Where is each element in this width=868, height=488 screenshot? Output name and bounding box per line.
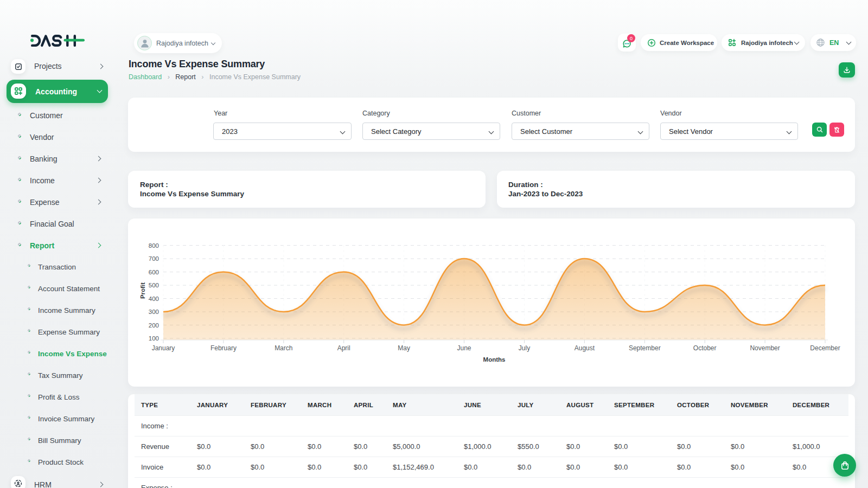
svg-text:600: 600 <box>149 269 159 275</box>
svg-text:400: 400 <box>149 296 159 302</box>
svg-text:July: July <box>519 344 530 352</box>
svg-text:200: 200 <box>149 322 159 329</box>
svg-text:May: May <box>398 344 410 352</box>
svg-text:June: June <box>457 344 471 352</box>
svg-text:800: 800 <box>149 242 159 249</box>
svg-text:500: 500 <box>149 282 159 288</box>
svg-text:October: October <box>693 344 717 352</box>
svg-text:700: 700 <box>149 255 159 262</box>
svg-text:March: March <box>275 344 292 352</box>
svg-text:January: January <box>152 344 175 352</box>
svg-text:August: August <box>575 344 595 352</box>
svg-text:September: September <box>629 344 661 352</box>
svg-text:Months: Months <box>483 356 506 363</box>
svg-text:February: February <box>210 344 237 352</box>
svg-text:April: April <box>337 344 350 352</box>
svg-text:December: December <box>810 344 840 352</box>
svg-text:100: 100 <box>149 335 159 342</box>
svg-text:300: 300 <box>149 309 159 315</box>
svg-text:November: November <box>750 344 780 352</box>
svg-text:Profit: Profit <box>139 282 146 299</box>
